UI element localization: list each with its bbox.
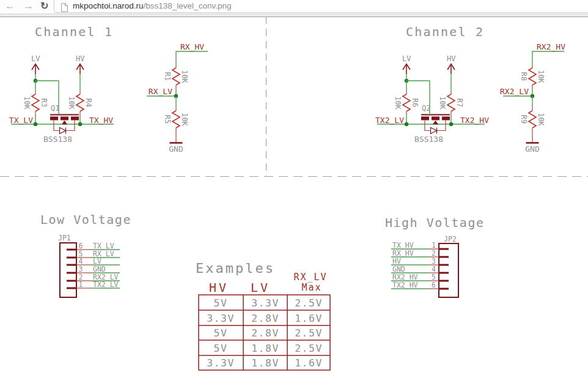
channel-2: Channel 2 LV 10K R6 HV 10K R7: [375, 24, 489, 144]
gnd-symbol: GND: [525, 143, 540, 154]
examples-title: Examples: [196, 261, 275, 276]
pin-net-label: GND: [392, 265, 405, 273]
lv-supply-label: LV: [31, 54, 40, 63]
junction-dot: [405, 122, 408, 126]
channel-2-title: Channel 2: [406, 24, 484, 39]
transistor-value: BSS138: [414, 135, 443, 144]
resistor-r5: R5 10K: [163, 96, 189, 143]
resistor-zigzag: [172, 68, 180, 85]
body-diode-triangle: [60, 128, 66, 134]
transistor-q2: Q2 BSS138: [414, 104, 450, 144]
pin-net-label: GND: [93, 265, 106, 273]
table-row: 3.3V 2.8V 1.6V: [207, 313, 323, 324]
pin-net-label: LV: [93, 257, 101, 265]
net-label: TX2_HV: [460, 116, 489, 125]
resistor-r9: R9 10K: [520, 96, 545, 143]
resistor-name: R3: [40, 98, 48, 107]
jp2-pin-row: 6 TX2_HV: [391, 281, 449, 290]
resistor-value: 10K: [537, 70, 545, 83]
high-voltage-title: High Voltage: [385, 215, 485, 230]
schematic-svg: Channel 1 LV 10K R3 HV 10K: [0, 17, 588, 375]
pin-net-label: RX_HV: [392, 249, 414, 258]
net-label: TX2_LV: [375, 116, 404, 125]
table-row: 5V 3.3V 2.5V: [214, 297, 323, 309]
substrate-arrow: [62, 121, 67, 124]
table-cell: 3.3V: [251, 297, 279, 309]
table-cell: 3.3V: [207, 313, 235, 324]
net-label: RX2_HV: [537, 42, 565, 51]
resistor-zigzag: [76, 94, 84, 111]
table-cell: 1.6V: [295, 357, 323, 369]
resistor-name: R8: [520, 72, 528, 81]
pin-number: 5: [432, 273, 436, 281]
examples-table: Examples HV LV RX_LV Max 5V 3.3V 2.5V 3.…: [196, 261, 330, 370]
pin-net-label: TX2_LV: [93, 280, 119, 289]
url-path: /bss138_level_conv.png: [144, 1, 232, 10]
resistor-name: R1: [163, 72, 172, 81]
net-label: RX_HV: [180, 42, 204, 51]
wire: [176, 51, 208, 65]
pin-number: 4: [432, 265, 436, 273]
net-label: RX_LV: [149, 87, 172, 96]
pin-number: 3: [432, 257, 436, 265]
pin-net-label: TX2_HV: [392, 281, 418, 289]
browser-toolbar: ← → ↻ mkpochtoi.narod.ru/bss138_level_co…: [0, 0, 588, 13]
resistor-name: R9: [520, 115, 528, 124]
low-voltage-connector: Low Voltage JP1 6 TX_LV 5 RX_LV 4 LV 3 G…: [40, 212, 131, 297]
resistor-value: 10K: [180, 70, 189, 83]
resistor-zigzag: [529, 68, 536, 85]
url-host: mkpochtoi.narod.ru: [73, 1, 144, 10]
url-text: mkpochtoi.narod.ru/bss138_level_conv.png: [73, 1, 231, 10]
resistor-name: R5: [163, 115, 172, 124]
reload-icon[interactable]: ↻: [40, 0, 48, 13]
pin-number: 1: [79, 280, 83, 289]
connector-refdes: JP2: [444, 235, 457, 243]
transistor-value: BSS138: [43, 135, 72, 144]
high-voltage-connector: High Voltage JP2 1 TX_HV 2 RX_HV 3 HV 4 …: [385, 215, 485, 297]
table-cell: 2.5V: [295, 297, 323, 309]
pin-net-label: RX2_HV: [392, 273, 418, 281]
pin-number: 3: [79, 265, 83, 273]
resistor-value: 10K: [394, 96, 402, 110]
table-cell: 5V: [214, 343, 228, 354]
forward-icon[interactable]: →: [23, 0, 34, 13]
pin-number: 6: [79, 242, 83, 250]
resistor-value: 10K: [23, 96, 31, 110]
channel-bar: [61, 117, 68, 121]
table-cell: 2.5V: [295, 327, 323, 339]
resistor-value: 10K: [180, 113, 189, 126]
back-icon[interactable]: ←: [5, 0, 15, 13]
schematic-image: Channel 1 LV 10K R3 HV 10K: [0, 17, 588, 375]
table-cell: 2.8V: [251, 327, 279, 339]
channel-1: Channel 1 LV 10K R3 HV 10K: [9, 24, 114, 144]
lv-supply-label: LV: [402, 54, 411, 63]
resistor-zigzag: [403, 94, 410, 111]
column-header-hv: HV: [209, 280, 229, 295]
column-header-lv: LV: [251, 280, 270, 295]
address-bar[interactable]: mkpochtoi.narod.ru/bss138_level_conv.png: [54, 0, 588, 13]
resistor-value: 10K: [67, 96, 76, 110]
resistor-name: R7: [455, 98, 464, 107]
channel-bar: [50, 117, 58, 121]
gnd-label: GND: [169, 144, 183, 154]
resistor-zigzag: [529, 111, 536, 128]
resistor-name: R6: [411, 98, 419, 107]
table-cell: 1.6V: [295, 313, 323, 324]
hv-supply-label: HV: [447, 54, 455, 63]
table-row: 5V 1.8V 2.5V: [214, 343, 323, 354]
page-icon: [61, 3, 68, 12]
table-cell: 1.8V: [251, 357, 279, 369]
table-row: 5V 2.8V 2.5V: [214, 327, 323, 339]
gnd-symbol: GND: [169, 143, 183, 154]
table-cell: 3.3V: [207, 357, 235, 369]
table-cell: 2.5V: [295, 343, 323, 354]
pin-number: 2: [432, 249, 436, 258]
transistor-q1: Q1 BSS138: [43, 104, 79, 144]
substrate-arrow: [433, 121, 438, 124]
channel-1-title: Channel 1: [35, 24, 113, 39]
pin-net-label: TX_HV: [392, 241, 414, 250]
pin-number: 1: [432, 241, 436, 250]
channel-bar: [71, 117, 79, 121]
junction-dot: [34, 122, 37, 126]
table-cell: 5V: [214, 327, 228, 339]
